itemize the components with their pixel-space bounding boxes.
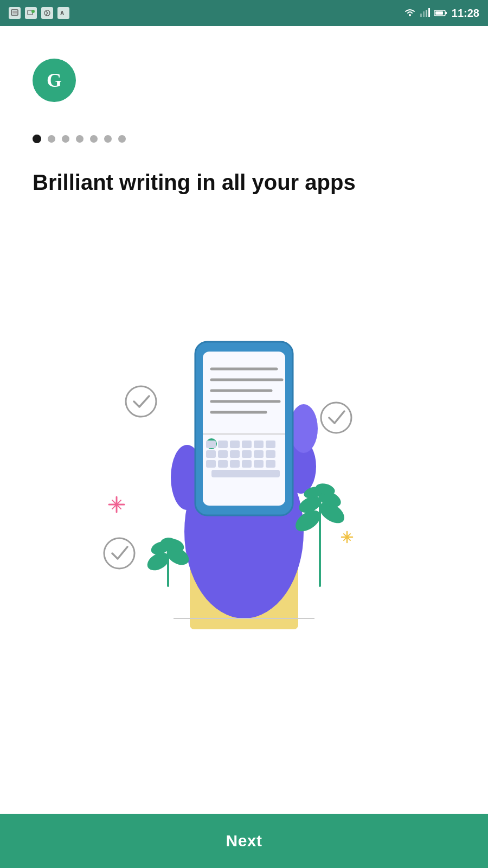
svg-rect-20 bbox=[203, 352, 285, 506]
headline: Brilliant writing in all your apps bbox=[33, 169, 455, 195]
dot-7 bbox=[118, 135, 126, 143]
illustration-container bbox=[33, 217, 455, 629]
icon-3 bbox=[41, 7, 53, 19]
svg-point-4 bbox=[44, 10, 50, 16]
main-content: G Brilliant writing in all your apps bbox=[0, 26, 488, 629]
logo-letter: G bbox=[47, 69, 62, 92]
svg-rect-31 bbox=[242, 441, 252, 448]
svg-rect-37 bbox=[242, 450, 252, 458]
svg-point-6 bbox=[409, 14, 411, 16]
svg-rect-1 bbox=[12, 11, 17, 14]
svg-rect-39 bbox=[266, 450, 275, 458]
dot-4 bbox=[76, 135, 84, 143]
next-button[interactable]: Next bbox=[0, 814, 488, 868]
wifi-icon bbox=[404, 7, 416, 20]
svg-rect-45 bbox=[266, 460, 275, 468]
status-bar-left: A bbox=[9, 7, 69, 19]
svg-rect-32 bbox=[254, 441, 264, 448]
icon-2 bbox=[25, 7, 37, 19]
svg-rect-34 bbox=[206, 450, 216, 458]
icon-1 bbox=[9, 7, 21, 19]
svg-rect-30 bbox=[230, 441, 240, 448]
svg-rect-8 bbox=[423, 11, 425, 17]
svg-rect-35 bbox=[218, 450, 228, 458]
status-bar: A 11:28 bbox=[0, 0, 488, 26]
svg-rect-28 bbox=[206, 441, 216, 448]
svg-point-47 bbox=[126, 386, 156, 417]
dot-5 bbox=[90, 135, 98, 143]
grammarly-logo: G bbox=[33, 59, 76, 102]
svg-point-3 bbox=[31, 10, 35, 13]
time-display: 11:28 bbox=[452, 7, 479, 20]
dot-3 bbox=[62, 135, 69, 143]
dot-1 bbox=[33, 135, 41, 143]
icon-4: A bbox=[57, 7, 69, 19]
svg-rect-9 bbox=[426, 10, 427, 17]
svg-point-18 bbox=[290, 404, 318, 453]
svg-rect-36 bbox=[230, 450, 240, 458]
illustration bbox=[33, 217, 455, 629]
svg-rect-29 bbox=[218, 441, 228, 448]
svg-text:A: A bbox=[60, 10, 64, 16]
svg-point-49 bbox=[104, 538, 134, 569]
svg-rect-10 bbox=[428, 8, 430, 17]
svg-rect-12 bbox=[445, 12, 447, 14]
svg-rect-41 bbox=[218, 460, 228, 468]
svg-rect-40 bbox=[206, 460, 216, 468]
svg-point-48 bbox=[321, 403, 351, 433]
dot-6 bbox=[104, 135, 112, 143]
svg-rect-38 bbox=[254, 450, 264, 458]
signal-icon bbox=[420, 7, 430, 20]
status-bar-right: 11:28 bbox=[404, 7, 479, 20]
svg-rect-42 bbox=[230, 460, 240, 468]
svg-rect-44 bbox=[254, 460, 264, 468]
svg-rect-13 bbox=[435, 11, 443, 15]
pagination-dots bbox=[33, 135, 455, 143]
svg-rect-46 bbox=[211, 470, 280, 477]
dot-2 bbox=[48, 135, 55, 143]
svg-rect-7 bbox=[420, 14, 422, 17]
svg-rect-43 bbox=[242, 460, 252, 468]
battery-icon bbox=[434, 7, 447, 20]
svg-rect-33 bbox=[266, 441, 275, 448]
